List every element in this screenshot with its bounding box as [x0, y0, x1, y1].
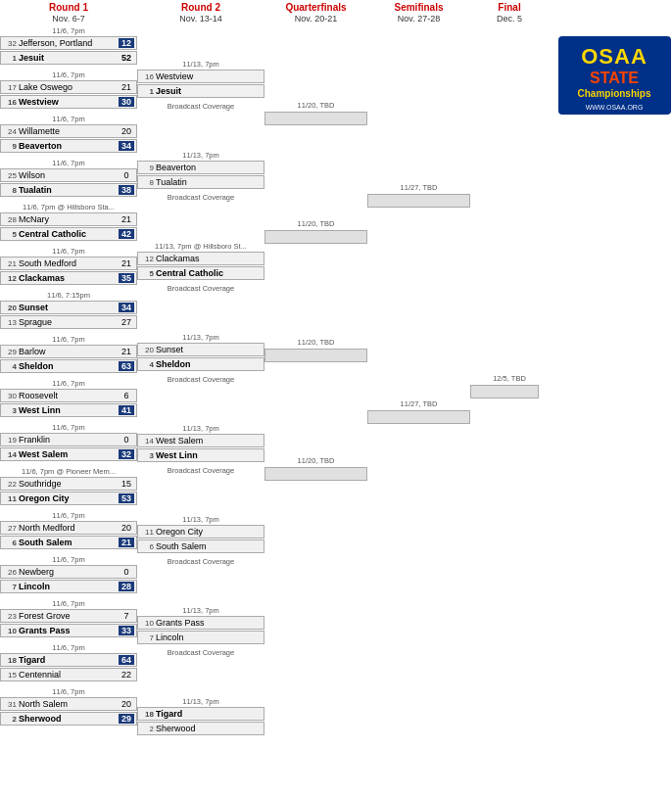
team-row: 4 Sheldon 63 — [0, 359, 137, 373]
team-row: 32 Jefferson, Portland 12 — [0, 36, 137, 50]
r2-match-1: 11/13, 7pm 16 Westview 1 Jesuit — [137, 57, 264, 102]
team-row: 20 Sunset 34 — [0, 301, 137, 314]
osaa-logo-svg: OSAA STATE Championships WWW.OSAA.ORG — [558, 36, 671, 115]
r1-match-2: 11/6, 7pm 17 Lake Oswego 21 16 Westview … — [0, 70, 137, 109]
r1-match-15: 11/6, 7pm 18 Tigard 64 15 Centennial 22 — [0, 643, 137, 681]
team-row: 20 Sunset — [137, 343, 264, 356]
team-row: 2 Sherwood — [137, 722, 264, 735]
final-header: Final Dec. 5 — [470, 2, 549, 23]
semifinals-column: 11/27, TBD 11/27, TBD — [367, 26, 470, 739]
r1-match-1: 11/6, 7pm 32 Jefferson, Portland 12 1 Je… — [0, 26, 137, 65]
svg-text:STATE: STATE — [590, 70, 639, 86]
sf-result-2 — [367, 410, 470, 424]
r1-match-10: 11/6, 7pm 19 Franklin 0 14 West Salem 32 — [0, 423, 137, 461]
column-headers: Round 1 Nov. 6-7 Round 2 Nov. 13-14 Quar… — [0, 0, 672, 26]
team-row: 14 West Salem — [137, 434, 264, 447]
team-row: 9 Beaverton 34 — [0, 139, 137, 153]
team-row: 29 Barlow 21 — [0, 345, 137, 358]
r1-match-14: 11/6, 7pm 23 Forest Grove 7 10 Grants Pa… — [0, 599, 137, 637]
semifinals-header: Semifinals Nov. 27-28 — [367, 2, 470, 23]
qf-result-1 — [264, 112, 367, 125]
sf-result-1 — [367, 194, 470, 208]
team-row: 3 West Linn 41 — [0, 403, 137, 417]
team-row: 17 Lake Oswego 21 — [0, 80, 137, 94]
team-row: 18 Tigard 64 — [0, 653, 137, 667]
r2-match-6: 11/13, 7pm 11 Oregon City 6 South Salem — [137, 512, 264, 557]
bracket-body: 11/6, 7pm 32 Jefferson, Portland 12 1 Je… — [0, 26, 672, 739]
team-row: 8 Tualatin 38 — [0, 183, 137, 197]
team-row: 28 McNary 21 — [0, 212, 137, 226]
team-row: 25 Wilson 0 — [0, 168, 137, 182]
r2-match-4: 11/13, 7pm 20 Sunset 4 Sheldon — [137, 330, 264, 375]
team-row: 10 Grants Pass — [137, 616, 264, 630]
team-row: 1 Jesuit — [137, 84, 264, 98]
team-row: 5 Central Catholic — [137, 266, 264, 280]
team-row: 13 Sprague 27 — [0, 315, 137, 329]
team-row: 5 Central Catholic 42 — [0, 227, 137, 241]
team-row: 4 Sheldon — [137, 357, 264, 371]
final-column: 12/5, TBD — [470, 26, 549, 739]
round2-column: 11/13, 7pm 16 Westview 1 Jesuit Broadcas… — [137, 26, 264, 739]
team-row: 30 Roosevelt 6 — [0, 389, 137, 402]
round1-column: 11/6, 7pm 32 Jefferson, Portland 12 1 Je… — [0, 26, 137, 739]
team-row: 2 Sherwood 29 — [0, 712, 137, 726]
team-row: 7 Lincoln — [137, 631, 264, 644]
r1-match-7: 11/6, 7:15pm 20 Sunset 34 13 Sprague 27 — [0, 291, 137, 329]
r1-match-5: 11/6, 7pm @ Hillsboro Sta... 28 McNary 2… — [0, 203, 137, 241]
team-row: 3 West Linn — [137, 448, 264, 462]
team-row: 6 South Salem — [137, 539, 264, 553]
team-row: 11 Oregon City 53 — [0, 492, 137, 505]
team-row: 21 South Medford 21 — [0, 257, 137, 270]
team-row: 23 Forest Grove 7 — [0, 609, 137, 623]
r1-match-4: 11/6, 7pm 25 Wilson 0 8 Tualatin 38 — [0, 159, 137, 197]
team-row: 12 Clackamas — [137, 252, 264, 265]
team-row: 8 Tualatin — [137, 175, 264, 189]
r2-match-7: 11/13, 7pm 10 Grants Pass 7 Lincoln — [137, 603, 264, 648]
r2-match-2: 11/13, 7pm 9 Beaverton 8 Tualatin — [137, 148, 264, 193]
team-row: 18 Tigard — [137, 707, 264, 721]
r1-match-16: 11/6, 7pm 31 North Salem 20 2 Sherwood 2… — [0, 687, 137, 726]
team-row: 31 North Salem 20 — [0, 697, 137, 711]
quarterfinals-header: Quarterfinals Nov. 20-21 — [264, 2, 367, 23]
team-row: 6 South Salem 21 — [0, 536, 137, 549]
logo-area: OSAA STATE Championships WWW.OSAA.ORG — [549, 26, 672, 739]
quarterfinals-column: 11/20, TBD 11/20, TBD 11/20, TBD 11/20, … — [264, 26, 367, 739]
r1-match-6: 11/6, 7pm 21 South Medford 21 12 Clackam… — [0, 247, 137, 285]
team-row: 1 Jesuit 52 — [0, 51, 137, 65]
team-row: 7 Lincoln 28 — [0, 580, 137, 593]
r1-match-12: 11/6, 7pm 27 North Medford 20 6 South Sa… — [0, 511, 137, 549]
qf-result-3 — [264, 349, 367, 362]
team-row: 16 Westview 30 — [0, 95, 137, 109]
team-row: 27 North Medford 20 — [0, 521, 137, 535]
r2-match-8: 11/13, 7pm 18 Tigard 2 Sherwood — [137, 694, 264, 739]
team-row: 12 Clackamas 35 — [0, 271, 137, 285]
round2-header: Round 2 Nov. 13-14 — [137, 2, 264, 23]
svg-text:WWW.OSAA.ORG: WWW.OSAA.ORG — [586, 104, 644, 111]
bracket-container: Round 1 Nov. 6-7 Round 2 Nov. 13-14 Quar… — [0, 0, 672, 783]
r1-match-11: 11/6, 7pm @ Pioneer Mem... 22 Southridge… — [0, 467, 137, 505]
team-row: 19 Franklin 0 — [0, 433, 137, 446]
qf-result-2 — [264, 230, 367, 244]
qf-result-4 — [264, 467, 367, 481]
round1-header: Round 1 Nov. 6-7 — [0, 2, 137, 23]
r2-match-5: 11/13, 7pm 14 West Salem 3 West Linn — [137, 421, 264, 466]
svg-text:OSAA: OSAA — [581, 44, 648, 69]
team-row: 16 Westview — [137, 70, 264, 83]
team-row: 26 Newberg 0 — [0, 565, 137, 579]
r1-match-8: 11/6, 7pm 29 Barlow 21 4 Sheldon 63 — [0, 335, 137, 373]
r1-match-3: 11/6, 7pm 24 Willamette 20 9 Beaverton 3… — [0, 115, 137, 153]
team-row: 14 West Salem 32 — [0, 447, 137, 461]
r1-match-9: 11/6, 7pm 30 Roosevelt 6 3 West Linn 41 — [0, 379, 137, 417]
team-row: 24 Willamette 20 — [0, 124, 137, 138]
svg-text:Championships: Championships — [577, 88, 650, 99]
team-row: 11 Oregon City — [137, 525, 264, 539]
final-result — [470, 385, 539, 398]
r1-match-13: 11/6, 7pm 26 Newberg 0 7 Lincoln 28 — [0, 555, 137, 593]
r2-match-3: 11/13, 7pm @ Hillsboro St... 12 Clackama… — [137, 239, 264, 284]
team-row: 15 Centennial 22 — [0, 668, 137, 681]
team-row: 10 Grants Pass 33 — [0, 624, 137, 637]
team-row: 9 Beaverton — [137, 161, 264, 174]
team-row: 22 Southridge 15 — [0, 477, 137, 491]
